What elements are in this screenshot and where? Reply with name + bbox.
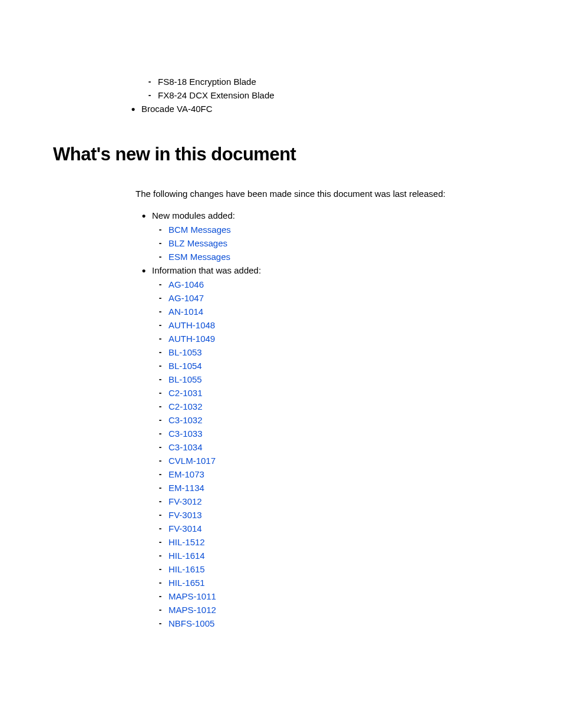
- reference-link[interactable]: C3-1034: [168, 442, 203, 452]
- dash-icon: -: [152, 415, 168, 424]
- list-item: -BCM Messages: [152, 225, 509, 235]
- list-item: -CVLM-1017: [152, 456, 509, 466]
- dash-icon: -: [141, 77, 158, 86]
- dash-icon: -: [152, 320, 168, 330]
- dash-icon: -: [152, 429, 168, 438]
- reference-link[interactable]: C2-1031: [168, 388, 203, 398]
- dash-icon: -: [152, 225, 168, 234]
- dash-icon: -: [152, 483, 168, 492]
- link-wrapper: BL-1054: [168, 361, 509, 371]
- link-wrapper: EM-1134: [168, 483, 509, 493]
- reference-link[interactable]: BL-1055: [168, 374, 202, 384]
- main-list: ●New modules added:-BCM Messages-BLZ Mes…: [135, 210, 509, 628]
- link-wrapper: HIL-1615: [168, 564, 509, 574]
- reference-link[interactable]: AUTH-1048: [168, 320, 215, 330]
- dash-icon: -: [152, 238, 168, 248]
- dash-icon: -: [152, 347, 168, 357]
- list-item: -C2-1032: [152, 401, 509, 411]
- list-item: -FV-3013: [152, 510, 509, 520]
- reference-link[interactable]: AG-1046: [168, 279, 204, 289]
- list-item: -HIL-1651: [152, 578, 509, 588]
- reference-link[interactable]: BCM Messages: [168, 225, 231, 235]
- intro-text: The following changes have been made sin…: [135, 189, 509, 199]
- dash-icon: -: [152, 374, 168, 384]
- reference-link[interactable]: EM-1134: [168, 483, 204, 493]
- reference-link[interactable]: AN-1014: [168, 307, 203, 317]
- reference-link[interactable]: CVLM-1017: [168, 456, 216, 466]
- reference-link[interactable]: BL-1053: [168, 347, 202, 357]
- list-item: -HIL-1615: [152, 564, 509, 574]
- list-item: -MAPS-1011: [152, 591, 509, 601]
- bullet-icon: ●: [125, 104, 141, 114]
- reference-link[interactable]: HIL-1614: [168, 551, 205, 561]
- link-wrapper: BCM Messages: [168, 225, 509, 235]
- bullet-icon: ●: [135, 210, 152, 221]
- dash-icon: -: [152, 591, 168, 601]
- link-wrapper: AN-1014: [168, 307, 509, 317]
- list-item: -C3-1033: [152, 429, 509, 439]
- link-wrapper: NBFS-1005: [168, 618, 509, 628]
- link-wrapper: AUTH-1049: [168, 334, 509, 344]
- reference-link[interactable]: EM-1073: [168, 469, 204, 479]
- dash-icon: -: [152, 523, 168, 533]
- reference-link[interactable]: HIL-1615: [168, 564, 205, 574]
- link-wrapper: CVLM-1017: [168, 456, 509, 466]
- dash-icon: -: [152, 510, 168, 519]
- link-wrapper: ESM Messages: [168, 252, 509, 262]
- reference-link[interactable]: HIL-1651: [168, 578, 205, 588]
- dash-icon: -: [152, 334, 168, 343]
- reference-link[interactable]: AUTH-1049: [168, 334, 215, 344]
- list-item: -EM-1134: [152, 483, 509, 493]
- list-item: -BL-1055: [152, 374, 509, 384]
- reference-link[interactable]: ESM Messages: [168, 252, 230, 262]
- link-wrapper: FV-3013: [168, 510, 509, 520]
- list-item: -BLZ Messages: [152, 238, 509, 248]
- list-item: -FV-3014: [152, 523, 509, 533]
- reference-link[interactable]: FV-3012: [168, 496, 202, 506]
- link-wrapper: HIL-1614: [168, 551, 509, 561]
- dash-icon: -: [152, 537, 168, 546]
- reference-link[interactable]: MAPS-1012: [168, 605, 216, 615]
- link-wrapper: HIL-1512: [168, 537, 509, 547]
- list-item: -AG-1046: [152, 279, 509, 289]
- reference-link[interactable]: BL-1054: [168, 361, 202, 371]
- dash-icon: -: [152, 293, 168, 302]
- list-item: -ESM Messages: [152, 252, 509, 262]
- list-item: -AUTH-1048: [152, 320, 509, 330]
- reference-link[interactable]: MAPS-1011: [168, 591, 216, 601]
- reference-link[interactable]: FV-3013: [168, 510, 202, 520]
- link-wrapper: EM-1073: [168, 469, 509, 479]
- link-wrapper: AUTH-1048: [168, 320, 509, 330]
- list-item-text: Brocade VA-40FC: [141, 104, 509, 114]
- reference-link[interactable]: FV-3014: [168, 523, 202, 533]
- list-item: -BL-1054: [152, 361, 509, 371]
- link-wrapper: BL-1055: [168, 374, 509, 384]
- bullet-icon: ●: [135, 265, 152, 276]
- list-item: -AG-1047: [152, 293, 509, 303]
- sub-list: -BCM Messages-BLZ Messages-ESM Messages: [152, 225, 509, 262]
- list-item: -AN-1014: [152, 307, 509, 317]
- list-item: -EM-1073: [152, 469, 509, 479]
- reference-link[interactable]: C3-1033: [168, 429, 203, 439]
- link-wrapper: HIL-1651: [168, 578, 509, 588]
- reference-link[interactable]: C3-1032: [168, 415, 203, 425]
- dash-icon: -: [152, 456, 168, 465]
- reference-link[interactable]: HIL-1512: [168, 537, 205, 547]
- reference-link[interactable]: AG-1047: [168, 293, 204, 303]
- dash-icon: -: [152, 401, 168, 411]
- list-item: -BL-1053: [152, 347, 509, 357]
- reference-link[interactable]: NBFS-1005: [168, 618, 214, 628]
- link-wrapper: AG-1046: [168, 279, 509, 289]
- list-item: -FV-3012: [152, 496, 509, 506]
- list-item: -HIL-1512: [152, 537, 509, 547]
- list-item: -NBFS-1005: [152, 618, 509, 628]
- reference-link[interactable]: C2-1032: [168, 401, 203, 411]
- link-wrapper: BLZ Messages: [168, 238, 509, 248]
- dash-icon: -: [152, 307, 168, 316]
- section-label: New modules added:: [152, 210, 509, 220]
- list-item: -C2-1031: [152, 388, 509, 398]
- link-wrapper: FV-3014: [168, 523, 509, 533]
- link-wrapper: C3-1033: [168, 429, 509, 439]
- list-item: -C3-1032: [152, 415, 509, 425]
- reference-link[interactable]: BLZ Messages: [168, 238, 227, 248]
